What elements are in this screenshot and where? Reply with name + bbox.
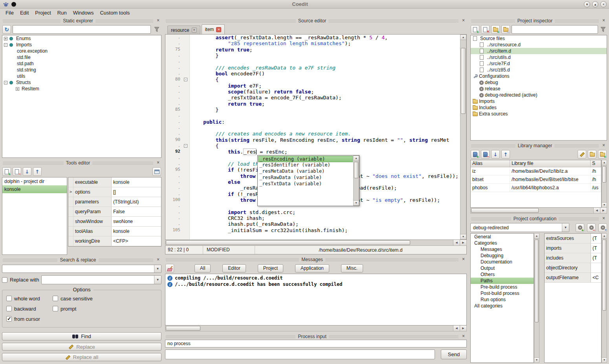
fold-marker-icon[interactable]: - [184, 78, 187, 81]
checkbox-from-cursor[interactable]: from cursor [6, 315, 53, 322]
completion-item[interactable]: _resEncoding (variable) [258, 156, 353, 162]
config-category[interactable]: General [471, 234, 534, 240]
tab-item[interactable]: item× [202, 24, 225, 34]
filter-project-button[interactable]: Project [258, 264, 283, 273]
property-value[interactable]: (T [591, 234, 601, 243]
panel-grip[interactable] [92, 162, 153, 165]
code-line[interactable]: . [165, 113, 460, 119]
scroll-down-icon[interactable]: ▼ [602, 202, 607, 207]
config-property-row[interactable]: imports(T [545, 243, 601, 253]
menu-custom-tools[interactable]: Custom tools [97, 9, 133, 16]
static-explorer-node[interactable]: core.exception [2, 48, 161, 54]
panel-grip[interactable] [99, 259, 153, 262]
property-value[interactable]: (TStringList) [112, 197, 161, 207]
properties-vscrollbar[interactable]: ▲ ▼ [602, 233, 607, 363]
import-folder-button[interactable]: → [501, 25, 510, 34]
replace-with-checkbox[interactable]: Replace with [2, 276, 39, 284]
tool-property-row[interactable]: parameters(TStringList) [68, 197, 161, 207]
panel-grip[interactable] [166, 20, 296, 22]
project-inspector-node[interactable]: Configurations [471, 73, 607, 79]
library-column-header[interactable]: S [591, 160, 601, 167]
search-combo[interactable]: ▼ [2, 265, 161, 273]
panel-grip[interactable] [325, 258, 459, 261]
add-configuration-button[interactable]: + [576, 223, 584, 232]
close-panel-icon[interactable]: × [461, 18, 466, 24]
library-hscrollbar[interactable]: ◀ ▶ [470, 208, 607, 214]
tool-property-row[interactable]: executablekonsole [68, 177, 161, 187]
editor-hscrollbar[interactable]: ◀ ▶ [165, 240, 467, 246]
tool-property-row[interactable]: workingDire<CFP> [68, 236, 161, 246]
filter-misc-button[interactable]: Misc. [341, 264, 363, 273]
tool-property-row[interactable]: showWindowswoNone [68, 217, 161, 227]
close-panel-icon[interactable]: × [156, 258, 161, 263]
static-explorer-search-input[interactable] [13, 25, 151, 34]
project-inspector-node[interactable]: Includes [471, 104, 607, 111]
project-inspector-node[interactable]: ../src/utils.d [471, 54, 607, 60]
add-folder-button[interactable]: + [491, 25, 500, 34]
fold-marker-icon[interactable]: - [184, 144, 187, 148]
code-line[interactable]: 80- { [165, 77, 460, 82]
config-category[interactable]: Pre-build process [471, 284, 534, 290]
config-category[interactable]: Messages [471, 246, 534, 252]
code-line[interactable]: . CRC32 ihash; [165, 215, 460, 221]
collapse-icon[interactable]: - [4, 81, 7, 84]
panel-grip[interactable] [471, 218, 511, 220]
static-explorer-node[interactable]: -Structs [2, 79, 161, 86]
library-row[interactable]: phobos/usr/lib64/libphobos2.a/us [471, 184, 601, 192]
code-line[interactable]: . /// creates and encodes a new resource… [165, 131, 460, 137]
property-value[interactable]: <C [591, 273, 601, 282]
tab-resource[interactable]: resource× [167, 26, 200, 34]
minimize-icon[interactable]: ▾ [584, 1, 590, 7]
scroll-up-icon[interactable]: ▲ [602, 234, 607, 239]
config-category[interactable]: Debugging [471, 252, 534, 259]
add-source-button[interactable]: + [471, 25, 479, 34]
scroll-right-icon[interactable]: ▶ [600, 208, 607, 213]
library-column-header[interactable]: Library file [510, 160, 591, 167]
menu-file[interactable]: File [2, 9, 17, 16]
scroll-up-icon[interactable]: ▲ [460, 35, 466, 40]
library-row[interactable]: iz/home/basile/Dev/Iz/lib/iz.a/h [471, 167, 601, 176]
panel-grip[interactable] [554, 145, 599, 147]
chevron-down-icon[interactable]: ▼ [562, 223, 569, 232]
config-category[interactable]: Documentation [471, 259, 534, 265]
tool-item[interactable]: konsole [2, 185, 67, 193]
add-library-folder-button[interactable]: + [598, 150, 607, 159]
run-tool-button[interactable] [152, 167, 161, 176]
scroll-left-icon[interactable]: ◀ [453, 240, 460, 245]
project-inspector-node[interactable]: debug [471, 79, 607, 86]
static-explorer-node[interactable]: utils [2, 73, 161, 79]
scroll-down-icon[interactable]: ▼ [602, 357, 607, 362]
project-inspector-node[interactable]: Imports [471, 98, 607, 104]
code-line[interactable]: . bool encodee7F() [165, 71, 460, 77]
code-line[interactable]: . ihash.put(_resRawData); [165, 221, 460, 227]
close-window-icon[interactable]: × [600, 1, 607, 7]
filter-button[interactable] [600, 25, 607, 34]
scroll-down-icon[interactable]: ▼ [460, 234, 466, 239]
code-line[interactable]: . [165, 59, 460, 64]
find-button[interactable]: Find [2, 332, 161, 340]
config-category[interactable]: Run options [471, 296, 534, 303]
scroll-thumb[interactable] [354, 162, 358, 178]
remove-tool-button[interactable]: − [13, 167, 21, 176]
static-explorer-node[interactable]: std.path [2, 60, 161, 67]
code-line[interactable]: . public: [165, 119, 460, 125]
property-value[interactable]: konsole [112, 177, 161, 187]
code-line[interactable]: . import std.digest.crc; [165, 209, 460, 215]
close-panel-icon[interactable]: × [156, 18, 161, 24]
expand-icon[interactable]: + [16, 87, 19, 91]
categories-vscrollbar[interactable]: ▲ ▼ [534, 233, 539, 363]
menu-windows[interactable]: Windows [70, 9, 97, 16]
tool-property-row[interactable]: queryParamFalse [68, 207, 161, 217]
library-vscrollbar[interactable]: ▲ ▼ [602, 160, 607, 208]
scroll-up-icon[interactable]: ▲ [534, 234, 539, 239]
panel-grip[interactable] [559, 218, 599, 220]
checkbox-backward[interactable]: backward [6, 305, 53, 312]
editor-vscrollbar[interactable]: ▲ ▼ [460, 35, 466, 240]
close-panel-icon[interactable]: × [601, 143, 606, 148]
app-menu-icon[interactable] [11, 2, 16, 7]
code-line[interactable]: 105 _initialSum = crc322uint(ihash.finis… [165, 227, 460, 233]
code-line[interactable]: . } [165, 53, 460, 59]
scroll-up-icon[interactable]: ▲ [354, 156, 359, 161]
close-panel-icon[interactable]: × [601, 18, 606, 24]
static-explorer-node[interactable]: +Enums [2, 35, 161, 42]
